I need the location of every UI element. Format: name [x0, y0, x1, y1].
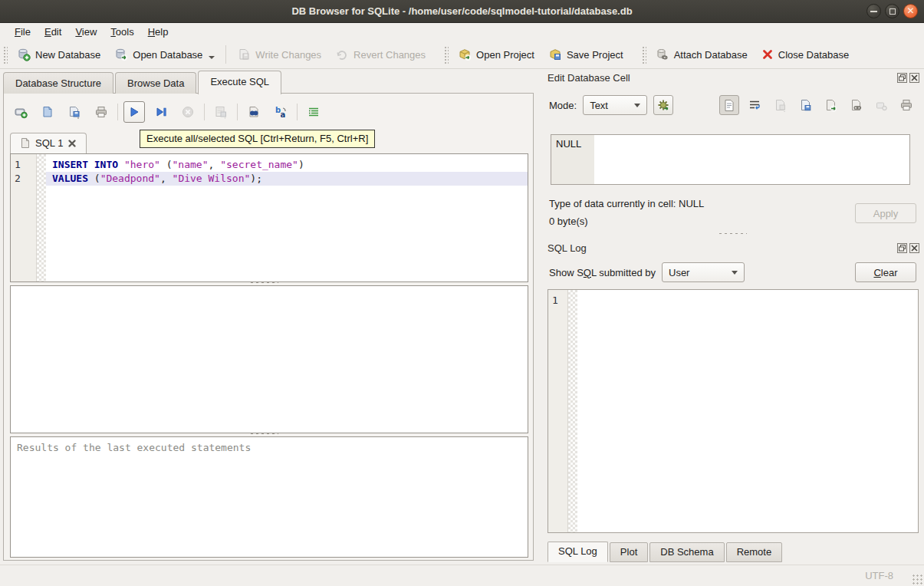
menu-file[interactable]: File — [8, 25, 38, 39]
pane-splitter[interactable] — [249, 432, 278, 436]
execute-sql-button[interactable] — [123, 101, 145, 123]
toolbar-drag-handle[interactable] — [443, 45, 449, 64]
stop-icon — [181, 105, 195, 119]
dock-tab-bar: SQL Log Plot DB Schema Remote — [547, 542, 784, 562]
save-sql-file-button[interactable] — [64, 101, 85, 123]
sql-toolbar: b a — [10, 101, 324, 123]
print-icon — [94, 105, 108, 119]
open-project-button[interactable]: Open Project — [451, 44, 541, 64]
export-cell-data-button[interactable] — [795, 95, 815, 115]
execute-current-line-button[interactable] — [150, 101, 172, 123]
attach-database-button[interactable]: Attach Database — [649, 44, 755, 64]
open-sql-file-button[interactable] — [37, 101, 58, 123]
open-sql-tab-button[interactable] — [10, 101, 31, 123]
chevron-down-icon — [634, 104, 640, 107]
find-replace-button[interactable]: b a — [270, 101, 291, 123]
toolbar-drag-handle[interactable] — [2, 45, 8, 64]
mode-label: Mode: — [549, 100, 577, 111]
auto-apply-button[interactable] — [653, 95, 673, 115]
title-bar: DB Browser for SQLite - /home/user/code/… — [0, 0, 924, 23]
export-file-icon — [799, 99, 812, 112]
dock-tab-sql-log[interactable]: SQL Log — [547, 542, 608, 562]
mode-select[interactable]: Text — [583, 95, 647, 115]
svg-text:a: a — [281, 110, 286, 119]
dock-tab-remote[interactable]: Remote — [726, 542, 783, 562]
import-cell-data-button — [770, 95, 790, 115]
window-title: DB Browser for SQLite - /home/user/code/… — [291, 5, 632, 17]
tab-database-structure[interactable]: Database Structure — [3, 72, 113, 94]
float-dock-button[interactable] — [897, 73, 907, 83]
close-database-icon — [761, 48, 774, 61]
execute-sql-pane: b a SQL 1 — [3, 93, 534, 561]
filter-label: Show SQL submitted by — [549, 267, 656, 278]
results-message-pane[interactable]: Results of the last executed statements — [10, 436, 528, 558]
dock-tab-plot[interactable]: Plot — [610, 542, 648, 562]
log-filter-select[interactable]: User — [662, 262, 745, 282]
find-button[interactable] — [243, 101, 265, 123]
sql-toolbar-separator — [237, 104, 238, 120]
cell-editor-content[interactable] — [594, 135, 909, 184]
format-sql-button[interactable] — [303, 101, 324, 123]
text-document-icon — [723, 99, 735, 112]
close-database-button[interactable]: Close Database — [755, 45, 857, 64]
close-sql-tab-icon[interactable] — [67, 139, 77, 148]
log-content — [577, 290, 918, 532]
sql-1-tab[interactable]: SQL 1 — [10, 133, 87, 153]
results-grid[interactable] — [10, 285, 528, 433]
print-sql-button[interactable] — [90, 101, 112, 123]
tab-browse-data[interactable]: Browse Data — [115, 72, 196, 94]
new-database-icon — [17, 48, 31, 61]
stop-execution-button — [177, 101, 199, 123]
fold-margin — [37, 154, 46, 281]
maximize-button[interactable] — [885, 4, 899, 18]
cell-null-value: NULL — [556, 138, 581, 150]
edit-cell-title: Edit Database Cell — [547, 72, 897, 84]
open-in-external-app-button[interactable] — [820, 95, 840, 115]
sql-code-editor[interactable]: 1 2 INSERT INTO "hero" ("name", "secret_… — [10, 153, 528, 282]
sql-log-filter-row: Show SQL submitted by User Clear — [549, 262, 916, 282]
close-dock-button[interactable] — [909, 243, 919, 253]
float-dock-button[interactable] — [897, 243, 907, 253]
menu-view[interactable]: View — [68, 25, 104, 39]
sql-log-dock-header: SQL Log — [547, 242, 919, 254]
app-window: DB Browser for SQLite - /home/user/code/… — [0, 0, 924, 586]
text-mode-button[interactable] — [719, 95, 739, 115]
sql-log-view[interactable]: 1 — [547, 289, 919, 533]
encoding-indicator[interactable]: UTF-8 — [865, 570, 893, 581]
line-number: 1 — [15, 158, 36, 172]
dock-splitter[interactable] — [718, 232, 747, 235]
set-null-button — [871, 95, 891, 115]
code-line-1: INSERT INTO "hero" ("name", "secret_name… — [46, 158, 528, 172]
dock-tab-db-schema[interactable]: DB Schema — [649, 542, 724, 562]
tab-execute-sql[interactable]: Execute SQL — [198, 71, 281, 94]
save-project-button[interactable]: Save Project — [541, 44, 630, 64]
cell-editor[interactable]: NULL — [551, 134, 910, 185]
menu-edit[interactable]: Edit — [38, 25, 68, 39]
resize-grip[interactable] — [912, 574, 922, 584]
minimize-button[interactable] — [866, 4, 881, 18]
sql-document-icon — [20, 137, 31, 149]
execute-line-icon — [154, 105, 168, 119]
edit-cell-dock-header: Edit Database Cell — [547, 72, 919, 84]
pane-splitter[interactable] — [249, 281, 278, 285]
menu-help[interactable]: Help — [141, 25, 176, 39]
apply-button: Apply — [855, 203, 916, 223]
link-icon — [850, 99, 863, 112]
open-database-button[interactable]: Open Database — [107, 44, 222, 64]
toolbar-drag-handle[interactable] — [641, 45, 646, 64]
main-tab-bar: Database Structure Browse Data Execute S… — [3, 71, 283, 94]
new-database-button[interactable]: New Database — [10, 44, 107, 64]
code-line-2: VALUES ("Deadpond", "Dive Wilson"); — [46, 172, 528, 186]
open-external-icon — [824, 99, 837, 112]
close-button[interactable]: ✕ — [903, 4, 918, 18]
sql-toolbar-separator — [297, 104, 298, 120]
code-area[interactable]: INSERT INTO "hero" ("name", "secret_name… — [46, 154, 528, 281]
copy-link-button[interactable] — [846, 95, 866, 115]
menu-tools[interactable]: Tools — [104, 25, 140, 39]
open-sql-file-icon — [41, 105, 54, 119]
attach-database-icon — [656, 48, 669, 61]
clear-log-button[interactable]: Clear — [855, 262, 916, 282]
print-cell-button[interactable] — [896, 95, 916, 115]
word-wrap-button[interactable] — [745, 95, 765, 115]
close-dock-button[interactable] — [909, 73, 919, 83]
